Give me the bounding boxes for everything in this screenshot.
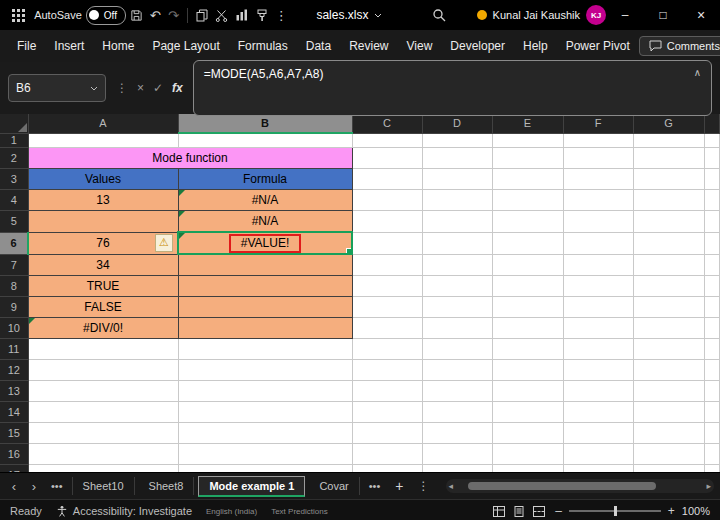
cell[interactable] (633, 254, 704, 276)
cell[interactable] (178, 133, 352, 148)
cell[interactable] (563, 444, 633, 465)
horizontal-scrollbar[interactable]: ◂ ▸ (446, 479, 715, 493)
accessibility-checker[interactable]: Accessibility: Investigate (56, 505, 192, 517)
cell[interactable] (563, 169, 633, 190)
cell[interactable] (704, 318, 720, 339)
cell[interactable] (492, 465, 563, 473)
cell-b5[interactable]: #N/A (178, 211, 352, 233)
account-area[interactable]: Kunal Jai Kaushik KJ (477, 5, 606, 25)
cell[interactable] (422, 423, 492, 444)
cell[interactable] (422, 190, 492, 211)
cell[interactable] (492, 232, 563, 254)
cell[interactable] (563, 254, 633, 276)
close-button[interactable]: × (682, 0, 720, 30)
undo-icon[interactable]: ↶ (146, 8, 164, 23)
cell[interactable] (633, 276, 704, 297)
row-header-17[interactable]: 17 (0, 465, 28, 473)
cell[interactable] (178, 360, 352, 381)
cell[interactable] (492, 190, 563, 211)
cell[interactable] (28, 339, 178, 360)
row-header-1[interactable]: 1 (0, 133, 28, 148)
cell[interactable] (704, 190, 720, 211)
row-header-9[interactable]: 9 (0, 297, 28, 318)
name-box[interactable]: B6 (8, 74, 106, 102)
cell[interactable] (563, 276, 633, 297)
row-header-15[interactable]: 15 (0, 423, 28, 444)
cell[interactable] (704, 148, 720, 169)
cell[interactable] (704, 169, 720, 190)
zoom-slider[interactable] (569, 510, 661, 512)
zoom-in-button[interactable]: + (668, 504, 675, 518)
cell[interactable] (352, 423, 422, 444)
cell-a4[interactable]: 13 (28, 190, 178, 211)
cell[interactable] (563, 133, 633, 148)
row-header-13[interactable]: 13 (0, 381, 28, 402)
redo-icon[interactable]: ↷ (164, 8, 182, 23)
cell[interactable] (28, 381, 178, 402)
row-header-2[interactable]: 2 (0, 148, 28, 169)
column-header-a[interactable]: A (28, 114, 178, 133)
add-sheet-button[interactable]: + (389, 478, 409, 494)
text-predictions-label[interactable]: Text Predictions (271, 507, 327, 516)
cell-b3[interactable]: Formula (178, 169, 352, 190)
cell[interactable] (178, 444, 352, 465)
cell[interactable] (492, 148, 563, 169)
cell[interactable] (352, 297, 422, 318)
row-header-7[interactable]: 7 (0, 254, 28, 276)
cell[interactable] (633, 381, 704, 402)
normal-view-icon[interactable] (493, 506, 505, 517)
cut-icon[interactable] (212, 4, 232, 26)
cell[interactable] (492, 402, 563, 423)
cell[interactable] (352, 360, 422, 381)
select-all-corner[interactable] (0, 114, 28, 133)
user-avatar[interactable]: KJ (586, 5, 606, 25)
sheet-tab-sheet10[interactable]: Sheet10 (72, 477, 135, 495)
cell[interactable] (422, 360, 492, 381)
cell[interactable] (422, 148, 492, 169)
cell[interactable] (704, 297, 720, 318)
ribbon-tab-formulas[interactable]: Formulas (229, 33, 297, 59)
name-box-splitter[interactable]: ⋮ (116, 81, 128, 95)
sheet-nav-left-icon[interactable]: ‹ (6, 479, 22, 494)
scroll-left-icon[interactable]: ◂ (449, 481, 454, 491)
cell[interactable] (28, 465, 178, 473)
cell[interactable] (563, 148, 633, 169)
scroll-right-icon[interactable]: ▸ (706, 481, 711, 491)
more-commands-icon[interactable]: ⋮ (272, 8, 290, 23)
cell-b10[interactable] (178, 318, 352, 339)
cell[interactable] (492, 133, 563, 148)
cell[interactable] (633, 465, 704, 473)
cell[interactable] (178, 339, 352, 360)
scrollbar-thumb[interactable] (468, 482, 656, 490)
cell[interactable] (633, 339, 704, 360)
ribbon-tab-view[interactable]: View (398, 33, 442, 59)
sheet-tab-mode-example-1[interactable]: Mode example 1 (198, 476, 305, 497)
column-header-d[interactable]: D (422, 114, 492, 133)
cell-b6-selected[interactable]: #VALUE! (178, 232, 352, 254)
cell-b4[interactable]: #N/A (178, 190, 352, 211)
row-header-3[interactable]: 3 (0, 169, 28, 190)
cell[interactable] (422, 232, 492, 254)
cell-a2-merged-title[interactable]: Mode function (28, 148, 352, 169)
cell[interactable] (704, 276, 720, 297)
cell-a7[interactable]: 34 (28, 254, 178, 276)
cell[interactable] (633, 297, 704, 318)
sheet-tab-sheet8[interactable]: Sheet8 (139, 477, 195, 495)
cell[interactable] (492, 211, 563, 233)
cell-b9[interactable] (178, 297, 352, 318)
cell[interactable] (178, 381, 352, 402)
cell[interactable] (563, 339, 633, 360)
cell[interactable] (422, 402, 492, 423)
row-header-6[interactable]: 6 (0, 232, 28, 254)
cell[interactable] (633, 423, 704, 444)
chart-icon[interactable] (232, 4, 252, 26)
cell[interactable] (563, 423, 633, 444)
row-header-4[interactable]: 4 (0, 190, 28, 211)
cell[interactable] (352, 276, 422, 297)
comments-button[interactable]: Comments (639, 36, 720, 56)
cell[interactable] (28, 133, 178, 148)
cell[interactable] (352, 169, 422, 190)
collapse-formula-bar-icon[interactable]: ∧ (694, 67, 701, 78)
cell[interactable] (422, 211, 492, 233)
column-header-h[interactable] (704, 114, 720, 133)
